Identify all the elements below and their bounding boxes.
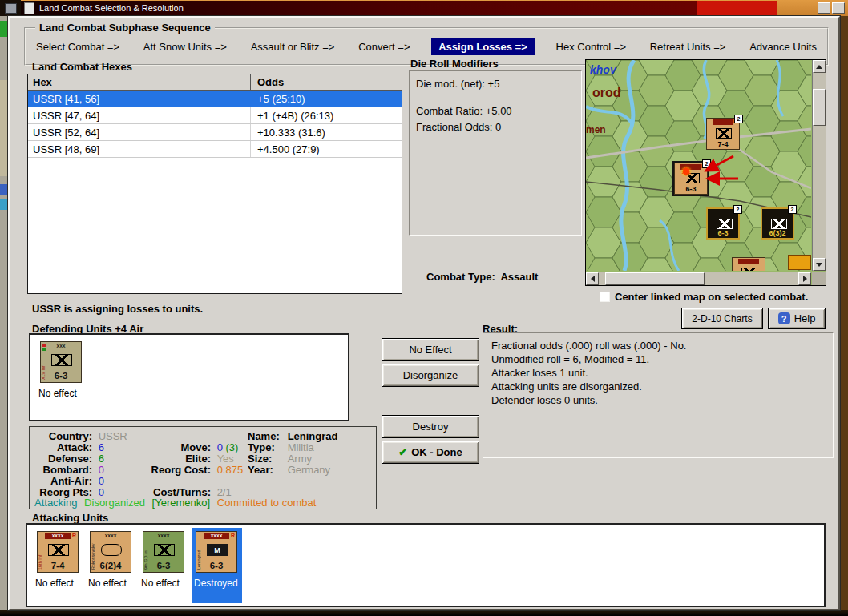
attacking-unit-cell[interactable]: XXXX Rokossovsky 6(2)4 No effect bbox=[87, 528, 136, 603]
move-paren: (3) bbox=[225, 441, 238, 453]
status-attacking: Attacking bbox=[34, 497, 77, 509]
phase-retreat-units[interactable]: Retreat Units => bbox=[648, 39, 729, 54]
year-label: Year: bbox=[248, 464, 281, 476]
country-label: Country: bbox=[31, 430, 92, 442]
scroll-up-button[interactable] bbox=[813, 60, 826, 73]
year-value: Germany bbox=[288, 464, 330, 476]
status-commander: [Yeremenko] bbox=[152, 497, 211, 509]
result-line: Defender loses 0 units. bbox=[491, 393, 825, 407]
echelon-label: XXXX bbox=[45, 533, 71, 539]
assign-losses-status: USSR is assigning losses to units. bbox=[32, 303, 203, 315]
phase-assault-or-blitz[interactable]: Assault or Blitz => bbox=[248, 39, 337, 54]
infantry-symbol-icon bbox=[154, 544, 175, 556]
attacking-unit-cell-selected[interactable]: XXXX R Leningrad M 6-3 Destroyed bbox=[192, 528, 242, 603]
defending-unit-cell[interactable]: XXX XLV Inf 6-3 No effect bbox=[37, 338, 87, 413]
minimize-button[interactable] bbox=[818, 2, 830, 14]
phase-advance-units[interactable]: Advance Units bbox=[747, 39, 819, 54]
background-right-edge bbox=[840, 16, 848, 610]
map-unit-soviet[interactable]: R 7-4 2 bbox=[706, 118, 740, 150]
vertical-scroll-thumb[interactable] bbox=[813, 89, 826, 126]
phase-hex-control[interactable]: Hex Control => bbox=[554, 39, 628, 54]
combat-type-value: Assault bbox=[500, 271, 538, 283]
ok-done-button[interactable]: ✔ OK - Done bbox=[382, 441, 479, 464]
phase-select-combat[interactable]: Select Combat => bbox=[34, 39, 122, 54]
echelon-label: XXXX bbox=[151, 533, 176, 539]
defense-value: 6 bbox=[99, 453, 104, 465]
land-combat-dialog: Land Combat Subphase Sequence Select Com… bbox=[8, 16, 840, 610]
attacking-unit-cell[interactable]: XXXX 9th GD Inf 6-3 No effect bbox=[139, 528, 189, 603]
elite-label: Elite: bbox=[147, 453, 211, 465]
scroll-down-button[interactable] bbox=[813, 258, 826, 271]
phase-convert[interactable]: Convert => bbox=[356, 39, 412, 54]
reorgcost-label: Reorg Cost: bbox=[147, 464, 211, 476]
elite-value: Yes bbox=[217, 453, 234, 465]
attacking-unit-cell[interactable]: XXXX R 16th Inf 7-4 No effect bbox=[34, 528, 83, 603]
destroy-button[interactable]: Destroy bbox=[382, 415, 479, 438]
background-icon bbox=[0, 80, 8, 176]
echelon-band bbox=[713, 119, 733, 125]
unit-counter[interactable]: XXX XLV Inf 6-3 bbox=[40, 341, 82, 383]
bombard-value: 0 bbox=[99, 464, 104, 476]
close-button[interactable] bbox=[832, 2, 845, 14]
type-value: Militia bbox=[288, 441, 314, 453]
status-disorganized: Disorganized bbox=[84, 497, 145, 509]
air-support-marker bbox=[42, 344, 46, 347]
table-row[interactable]: USSR [52, 64] +10.333 (31:6) bbox=[28, 124, 402, 141]
unit-strength: 6(3)2 bbox=[762, 229, 793, 237]
infantry-symbol-icon bbox=[48, 544, 69, 556]
hq-symbol-icon bbox=[101, 544, 122, 556]
scroll-right-button[interactable] bbox=[798, 272, 811, 285]
cell-odds: +5 (25:10) bbox=[251, 91, 402, 107]
stack-badge: 2 bbox=[734, 115, 743, 123]
check-icon: ✔ bbox=[398, 446, 407, 458]
combat-map[interactable]: khov orod men R 7-4 2 R 6-3 2 ✹ bbox=[585, 59, 826, 286]
window-titlebar[interactable]: Land Combat Selection & Resolution bbox=[21, 1, 697, 15]
stack-badge: 2 bbox=[733, 205, 742, 214]
scroll-left-button[interactable] bbox=[586, 272, 599, 285]
unit-counter[interactable]: XXXX Rokossovsky 6(2)4 bbox=[90, 531, 131, 573]
map-unit-partial[interactable] bbox=[732, 257, 765, 271]
name-value: Leningrad bbox=[288, 430, 338, 442]
table-row[interactable]: USSR [47, 64] +1 (+4B) (26:13) bbox=[28, 107, 402, 124]
center-map-label: Center linked map on selected combat. bbox=[615, 291, 808, 303]
horizontal-scroll-thumb[interactable] bbox=[605, 272, 705, 285]
reorgcost-value: 0.875 bbox=[217, 464, 244, 476]
attacking-units-box: XXXX R 16th Inf 7-4 No effect XXXX Rokos… bbox=[26, 523, 826, 607]
attack-arrows-icon bbox=[680, 150, 743, 193]
help-icon: ? bbox=[778, 312, 790, 324]
defending-units-box: XXX XLV Inf 6-3 No effect bbox=[29, 333, 349, 421]
type-label: Type: bbox=[248, 441, 281, 453]
map-unit-german[interactable]: 6(3)2 2 bbox=[761, 207, 794, 240]
disorganize-button[interactable]: Disorganize bbox=[382, 364, 479, 387]
unit-strength: 6-3 bbox=[196, 561, 236, 570]
window-title: Land Combat Selection & Resolution bbox=[39, 3, 184, 13]
size-value: Army bbox=[288, 453, 312, 465]
unit-strength: 6-3 bbox=[41, 371, 81, 380]
system-menu-icon[interactable] bbox=[5, 3, 17, 14]
help-button[interactable]: ? Help bbox=[768, 308, 826, 329]
attack-label: Attack: bbox=[31, 441, 92, 453]
phase-att-snow-units[interactable]: Att Snow Units => bbox=[141, 39, 229, 54]
phase-assign-losses[interactable]: Assign Losses => bbox=[431, 38, 535, 55]
map-vertical-scrollbar[interactable] bbox=[812, 60, 826, 271]
no-effect-button[interactable]: No Effect bbox=[382, 338, 479, 361]
table-row[interactable]: USSR [48, 69] +4.500 (27:9) bbox=[28, 141, 402, 158]
unit-counter[interactable]: XXXX R Leningrad M 6-3 bbox=[196, 531, 237, 573]
map-terrain[interactable]: khov orod men R 7-4 2 R 6-3 2 ✹ bbox=[586, 60, 811, 271]
map-horizontal-scrollbar[interactable] bbox=[586, 272, 811, 285]
destroy-label: Destroy bbox=[413, 421, 449, 433]
no-effect-label: No Effect bbox=[409, 344, 451, 356]
result-line: Fractional odds (.000) roll was (.000) -… bbox=[491, 339, 825, 352]
combat-type: Combat Type: Assault bbox=[426, 271, 538, 283]
subphase-sequence-title: Land Combat Subphase Sequence bbox=[35, 22, 215, 34]
status-committed: Committed to combat bbox=[217, 497, 317, 509]
unit-counter[interactable]: XXXX 9th GD Inf 6-3 bbox=[143, 531, 184, 573]
unit-counter[interactable]: XXXX R 16th Inf 7-4 bbox=[37, 531, 79, 573]
center-map-checkbox[interactable] bbox=[600, 292, 610, 302]
result-line: Attacking units are disorganized. bbox=[491, 380, 825, 393]
map-place-label: khov bbox=[590, 63, 616, 76]
table-row[interactable]: USSR [41, 56] +5 (25:10) bbox=[28, 91, 402, 107]
map-unit-german[interactable]: 6-3 2 bbox=[706, 207, 740, 240]
bombard-label: Bombard: bbox=[31, 464, 92, 476]
charts-button[interactable]: 2-D-10 Charts bbox=[681, 308, 763, 329]
